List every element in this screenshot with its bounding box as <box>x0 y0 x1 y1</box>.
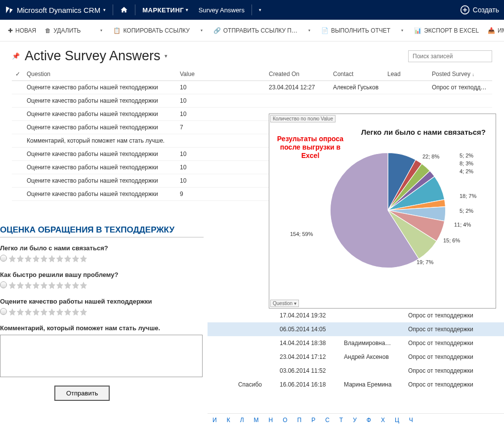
alpha-letter[interactable]: Ч <box>409 417 413 424</box>
home-button[interactable] <box>120 6 128 14</box>
alpha-letter[interactable]: У <box>353 417 357 424</box>
star-icon[interactable] <box>48 281 56 291</box>
product-logo[interactable]: Microsoft Dynamics CRM ▾ <box>5 5 106 14</box>
star-icon[interactable] <box>64 255 72 264</box>
star-icon[interactable] <box>8 281 16 291</box>
table-row[interactable]: 06.05.2014 14:05Опрос от техподдержки <box>208 322 504 336</box>
alpha-letter[interactable]: Ц <box>395 417 399 424</box>
star-icon[interactable] <box>16 281 24 291</box>
star-icon[interactable] <box>72 281 80 291</box>
pie-slice-label: 11; 4% <box>454 222 471 228</box>
star-icon[interactable] <box>72 308 80 317</box>
star-icon[interactable] <box>64 281 72 291</box>
alpha-letter[interactable]: И <box>212 417 217 424</box>
cmd-delete-dropdown[interactable]: ▾ <box>98 28 104 33</box>
survey-q2: Как быстро решили вашу проблему? <box>0 271 204 278</box>
star-icon[interactable] <box>80 308 87 317</box>
star-icon[interactable] <box>24 308 32 317</box>
caret-down-icon[interactable]: ▾ <box>259 7 261 12</box>
cmd-copy-link[interactable]: 📋КОПИРОВАТЬ ССЫЛКУ <box>113 27 189 34</box>
alpha-letter[interactable]: М <box>254 417 259 424</box>
alpha-letter[interactable]: К <box>227 417 230 424</box>
star-icon[interactable] <box>72 255 80 264</box>
search-input[interactable] <box>408 50 492 62</box>
cmd-new[interactable]: ✚НОВАЯ <box>8 27 36 34</box>
alpha-letter[interactable]: Х <box>381 417 385 424</box>
col-contact[interactable]: Contact <box>330 68 384 81</box>
star-icon[interactable] <box>56 308 64 317</box>
star-icon[interactable] <box>40 308 48 317</box>
star-icon[interactable] <box>8 308 16 317</box>
star-icon[interactable] <box>32 281 40 291</box>
pie-slice-label: 18; 7% <box>460 193 476 199</box>
rating-q2[interactable] <box>0 281 204 291</box>
table-row[interactable]: Спасибо16.06.2014 16:18Марина ЕреминаОпр… <box>208 378 504 391</box>
alpha-letter[interactable]: Р <box>311 417 315 424</box>
alpha-letter[interactable]: Т <box>339 417 343 424</box>
star-icon[interactable] <box>56 281 64 291</box>
star-icon[interactable] <box>16 255 24 264</box>
chart-question-tag[interactable]: Question ▾ <box>270 300 299 307</box>
star-icon[interactable] <box>80 281 87 291</box>
pie-slice-label: 5; 2% <box>460 153 473 158</box>
cmd-copy-dropdown[interactable]: ▾ <box>199 28 205 33</box>
select-all-checkbox[interactable]: ✓ <box>12 68 24 81</box>
col-question[interactable]: Question <box>24 68 177 81</box>
table-row[interactable]: 23.04.2014 17:12Андрей АксеновОпрос от т… <box>208 350 504 364</box>
table-row[interactable]: Оцените качество работы нашей техподдерж… <box>12 94 492 108</box>
table-row[interactable]: 03.06.2014 11:52Опрос от техподдержки <box>208 364 504 378</box>
alpha-letter[interactable]: С <box>325 417 330 424</box>
cmd-run-report[interactable]: 📄ВЫПОЛНИТЬ ОТЧЕТ <box>321 27 390 34</box>
pie-slice-label: 22; 8% <box>422 154 439 159</box>
table-row[interactable]: Оцените качество работы нашей техподдерж… <box>12 81 492 94</box>
cmd-report-dropdown[interactable]: ▾ <box>399 28 405 33</box>
cmd-email-link[interactable]: 🔗ОТПРАВИТЬ ССЫЛКУ П… <box>213 27 297 34</box>
comment-textarea[interactable] <box>0 335 203 377</box>
chart-panel: Количество по полю Value Question ▾ Легк… <box>269 114 496 309</box>
cmd-import[interactable]: 📥ИМПОРТ ДАН <box>488 27 504 34</box>
chart-field-tag[interactable]: Количество по полю Value <box>270 115 336 122</box>
star-icon[interactable] <box>56 255 64 264</box>
rating-q1[interactable] <box>0 255 204 264</box>
nav-entity[interactable]: Survey Answers <box>199 6 245 14</box>
col-postedsurvey[interactable]: Posted Survey ↓ <box>429 68 492 81</box>
pin-icon[interactable]: 📌 <box>12 52 20 60</box>
alpha-letter[interactable]: О <box>283 417 287 424</box>
home-icon <box>120 6 128 14</box>
submit-button[interactable]: Отправить <box>54 386 110 401</box>
star-icon[interactable] <box>32 255 40 264</box>
alpha-letter[interactable]: Л <box>240 417 244 424</box>
star-icon[interactable] <box>80 255 87 264</box>
table-row[interactable]: 17.04.2014 19:32Опрос от техподдержки <box>208 309 504 322</box>
star-icon[interactable] <box>32 308 40 317</box>
view-title[interactable]: Active Survey Answers ▾ <box>25 48 168 64</box>
star-icon[interactable] <box>48 255 56 264</box>
rating-reset[interactable] <box>0 308 7 315</box>
alpha-letter[interactable]: П <box>297 417 302 424</box>
rating-q3[interactable] <box>0 308 204 317</box>
alpha-letter[interactable]: Н <box>269 417 273 424</box>
col-lead[interactable]: Lead <box>384 68 429 81</box>
nav-area[interactable]: МАРКЕТИНГ ▾ <box>142 6 189 14</box>
star-icon[interactable] <box>40 281 48 291</box>
cmd-export-excel[interactable]: 📊ЭКСПОРТ В EXCEL <box>414 27 479 34</box>
alpha-index: ИКЛМНОПРСТУФХЦЧ <box>208 413 504 427</box>
star-icon[interactable] <box>40 255 48 264</box>
star-icon[interactable] <box>64 308 72 317</box>
rating-reset[interactable] <box>0 281 7 288</box>
cmd-delete[interactable]: 🗑УДАЛИТЬ <box>45 27 81 34</box>
pie-chart <box>319 141 457 279</box>
col-value[interactable]: Value <box>177 68 266 81</box>
star-icon[interactable] <box>48 308 56 317</box>
cmd-email-dropdown[interactable]: ▾ <box>306 28 312 33</box>
caret-down-icon: ▾ <box>294 301 296 306</box>
star-icon[interactable] <box>24 281 32 291</box>
rating-reset[interactable] <box>0 255 7 262</box>
col-createdon[interactable]: Created On <box>266 68 330 81</box>
table-row[interactable]: 14.04.2014 18:38Владимировна…Опрос от те… <box>208 336 504 350</box>
star-icon[interactable] <box>16 308 24 317</box>
alpha-letter[interactable]: Ф <box>367 417 371 424</box>
create-button[interactable]: Создать <box>460 5 499 15</box>
star-icon[interactable] <box>24 255 32 264</box>
star-icon[interactable] <box>8 255 16 264</box>
